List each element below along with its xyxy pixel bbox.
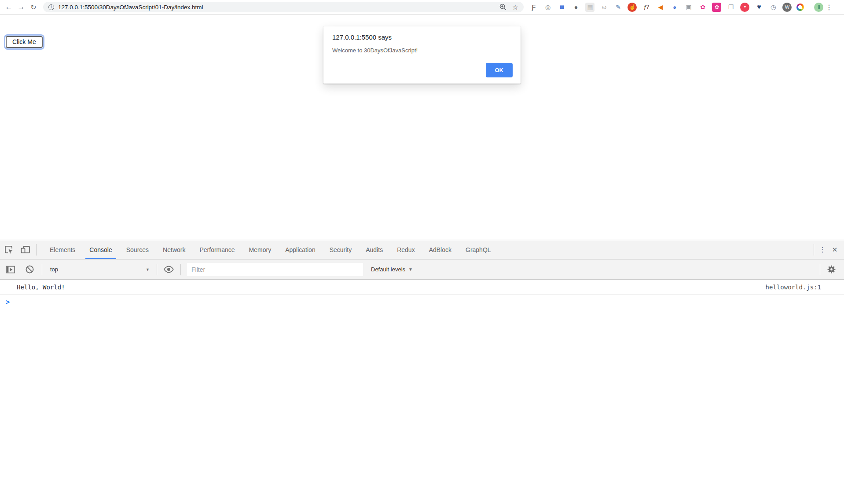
click-me-button[interactable]: Click Me xyxy=(6,36,43,48)
console-context-label: top xyxy=(50,266,58,273)
swirl-circle-extension-icon[interactable]: ◕ xyxy=(670,3,679,12)
bug-extension-icon[interactable]: ● xyxy=(571,3,580,12)
disabled-grid-extension-icon[interactable]: ▦ xyxy=(585,3,594,12)
url-text[interactable]: 127.0.0.1:5500/30DaysOfJavaScript/01-Day… xyxy=(58,4,203,11)
alert-dialog-message: Welcome to 30DaysOfJavaScript! xyxy=(332,47,512,54)
console-output: Hello, World! helloworld.js:1 > xyxy=(0,280,844,310)
tab-audits[interactable]: Audits xyxy=(359,240,390,259)
zoom-magnifier-icon[interactable] xyxy=(499,3,507,11)
clear-console-icon[interactable] xyxy=(25,265,34,274)
browser-menu-icon[interactable]: ⋮ xyxy=(823,3,835,11)
console-log-message: Hello, World! xyxy=(17,284,65,291)
tab-adblock[interactable]: AdBlock xyxy=(422,240,459,259)
page-info-icon[interactable]: i xyxy=(48,4,54,10)
flower-extension-icon[interactable]: ✿ xyxy=(698,3,707,12)
console-prompt[interactable]: > xyxy=(0,295,844,310)
tab-network[interactable]: Network xyxy=(156,240,192,259)
bookmark-star-icon[interactable]: ☆ xyxy=(512,3,518,11)
tab-console[interactable]: Console xyxy=(82,240,119,259)
tab-sources[interactable]: Sources xyxy=(119,240,156,259)
braces-extension-icon[interactable]: {} xyxy=(814,3,823,12)
gear-square-extension-icon[interactable]: ✿ xyxy=(712,3,721,12)
camera-extension-icon[interactable]: ▣ xyxy=(684,3,693,12)
tab-performance[interactable]: Performance xyxy=(192,240,242,259)
color-ring-extension-icon[interactable] xyxy=(796,4,804,11)
tabbar-right: ⋮ ✕ xyxy=(811,244,841,256)
console-toolbar-separator-3 xyxy=(180,264,181,275)
console-prompt-chevron-icon: > xyxy=(6,298,10,306)
address-bar[interactable]: i 127.0.0.1:5500/30DaysOfJavaScript/01-D… xyxy=(43,2,524,12)
columns-extension-icon[interactable]: ▮▮ xyxy=(557,3,566,12)
stop-hand-extension-icon[interactable]: ☝ xyxy=(627,3,637,12)
web-page: Click Me 127.0.0.1:5500 says Welcome to … xyxy=(0,15,844,240)
default-levels-select[interactable]: Default levels ▼ xyxy=(371,266,413,273)
extension-separator xyxy=(809,3,809,11)
tabbar-right-separator xyxy=(814,244,814,256)
alert-dialog-title: 127.0.0.1:5500 says xyxy=(332,33,512,41)
devtools-menu-icon[interactable]: ⋮ xyxy=(817,245,828,254)
tab-redux[interactable]: Redux xyxy=(390,240,422,259)
bookmark-extension-icon[interactable]: ▼ xyxy=(740,3,749,12)
back-icon[interactable]: ← xyxy=(3,1,15,13)
console-toolbar-separator-4 xyxy=(820,264,820,275)
default-levels-label: Default levels xyxy=(371,266,405,273)
chevron-down-icon: ▼ xyxy=(408,267,413,272)
alert-dialog: 127.0.0.1:5500 says Welcome to 30DaysOfJ… xyxy=(323,26,521,84)
tab-elements[interactable]: Elements xyxy=(43,240,82,259)
settings-gear-icon[interactable] xyxy=(827,265,836,274)
clock-extension-icon[interactable]: ◷ xyxy=(768,3,778,12)
eyedropper-extension-icon[interactable]: ✎ xyxy=(613,3,623,12)
tab-security[interactable]: Security xyxy=(323,240,359,259)
devtools-panel: ElementsConsoleSourcesNetworkPerformance… xyxy=(0,240,844,310)
forward-icon[interactable]: → xyxy=(15,1,27,13)
live-expression-eye-icon[interactable] xyxy=(164,266,174,273)
tab-graphql[interactable]: GraphQL xyxy=(459,240,498,259)
console-toolbar: top ▼ Default levels ▼ xyxy=(0,259,844,280)
alert-ok-button[interactable]: OK xyxy=(486,63,513,77)
function-question-extension-icon[interactable]: ƒ? xyxy=(642,3,651,12)
filter-input[interactable] xyxy=(187,263,363,276)
console-toolbar-separator-2 xyxy=(157,264,157,275)
font-scanner-extension-icon[interactable]: Ƒ xyxy=(529,3,538,12)
console-source-link[interactable]: helloworld.js:1 xyxy=(766,284,821,291)
console-sidebar-icon[interactable] xyxy=(5,265,16,274)
tab-application[interactable]: Application xyxy=(278,240,323,259)
console-context-select[interactable]: top ▼ xyxy=(46,263,154,276)
console-log-row: Hello, World! helloworld.js:1 xyxy=(0,280,844,295)
devtools-tabbar: ElementsConsoleSourcesNetworkPerformance… xyxy=(0,240,844,259)
reload-icon[interactable]: ↻ xyxy=(27,1,40,13)
inspect-element-icon[interactable] xyxy=(4,245,14,255)
console-toolbar-separator-1 xyxy=(42,264,42,275)
device-toolbar-icon[interactable] xyxy=(20,245,31,255)
tag-extension-icon[interactable]: ❐ xyxy=(726,3,735,12)
smiley-extension-icon[interactable]: ☺ xyxy=(599,3,609,12)
megaphone-extension-icon[interactable]: ◀ xyxy=(656,3,665,12)
heart-search-extension-icon[interactable]: ♥ xyxy=(754,3,763,12)
tab-memory[interactable]: Memory xyxy=(242,240,279,259)
tabbar-separator xyxy=(36,244,37,256)
orbit-extension-icon[interactable]: ◎ xyxy=(543,3,552,12)
extensions-row: Ƒ◎▮▮●▦☺✎☝ƒ?◀◕▣✿✿❐▼♥◷W{} xyxy=(529,3,823,12)
devtools-close-icon[interactable]: ✕ xyxy=(828,246,841,254)
devtools-tabs: ElementsConsoleSourcesNetworkPerformance… xyxy=(43,240,498,259)
browser-toolbar: ← → ↻ i 127.0.0.1:5500/30DaysOfJavaScrip… xyxy=(0,0,844,15)
w-circle-extension-icon[interactable]: W xyxy=(782,3,792,12)
chevron-down-icon: ▼ xyxy=(146,267,150,272)
